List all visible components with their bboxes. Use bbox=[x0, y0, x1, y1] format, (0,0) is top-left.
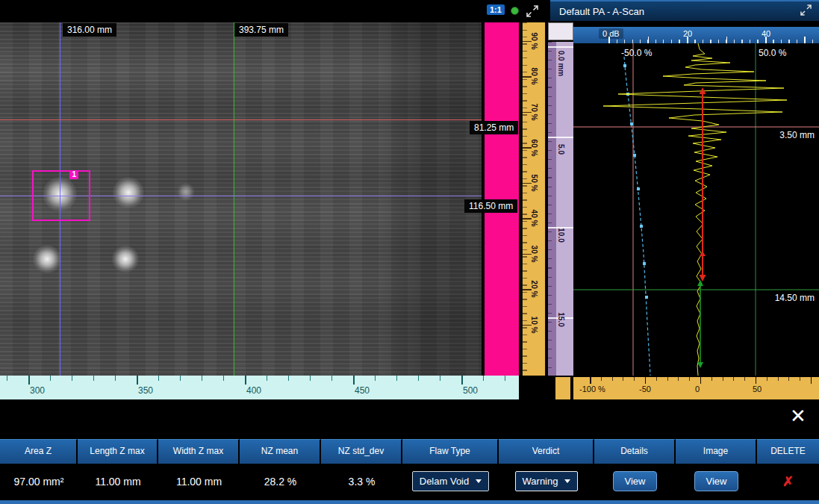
pct-cursor-label-right: 50.0 % bbox=[759, 48, 786, 58]
image-view-button[interactable]: View bbox=[694, 471, 739, 491]
ruler-corner bbox=[555, 377, 570, 399]
col-header-length-z: Length Z max bbox=[78, 439, 158, 464]
cscan-view[interactable]: 1 bbox=[0, 22, 482, 376]
ruler-tick-label: 15.0 bbox=[557, 312, 565, 326]
ruler-tick-label: 10 % bbox=[530, 317, 538, 334]
ruler-tick-label: 90 % bbox=[530, 33, 538, 50]
scan-axis-ruler[interactable]: 300 350 400 450 500 bbox=[0, 376, 519, 399]
amplitude-axis-ruler[interactable]: -100 % -50 0 50 bbox=[573, 377, 819, 399]
chevron-down-icon bbox=[476, 479, 482, 483]
ascan-waveform bbox=[603, 43, 787, 376]
close-icon[interactable]: ✕ bbox=[785, 404, 811, 428]
ascan-plot-svg bbox=[573, 43, 819, 376]
expand-icon[interactable] bbox=[526, 5, 538, 20]
ruler-tick-label: -50 bbox=[639, 385, 651, 393]
flaw-type-value: Delam Void bbox=[420, 476, 469, 487]
verdict-select[interactable]: Warning bbox=[515, 471, 579, 491]
ruler-tick-label: 20 % bbox=[530, 281, 538, 298]
flaw-type-select[interactable]: Delam Void bbox=[412, 471, 489, 491]
ruler-tick-label: 50 bbox=[753, 385, 762, 393]
col-header-area-z: Area Z bbox=[0, 439, 78, 464]
pct-cursor-label-left: -50.0 % bbox=[621, 48, 652, 58]
ascan-plot[interactable]: -50.0 % 50.0 % 3.50 mm 14.50 mm bbox=[573, 43, 819, 376]
cscan-indication-blob bbox=[112, 246, 139, 273]
flaw-table-header: Area Z Length Z max Width Z max NZ mean … bbox=[0, 439, 819, 464]
ruler-tick-label: 0 dB bbox=[599, 28, 623, 39]
col-header-flaw-type: Flaw Type bbox=[402, 439, 499, 464]
ruler-tick-label: 10.0 bbox=[557, 228, 565, 242]
ruler-tick-label: 40 bbox=[762, 29, 770, 38]
delete-row-icon[interactable]: ✗ bbox=[782, 473, 794, 490]
verdict-value: Warning bbox=[523, 476, 558, 487]
col-header-details: Details bbox=[594, 439, 676, 464]
cscan-cursor-hline-red[interactable] bbox=[0, 119, 482, 120]
ruler-tick-label: 300 bbox=[30, 385, 45, 396]
ruler-tick-label: 400 bbox=[246, 385, 261, 396]
cursor-y1-label: 81.25 mm bbox=[470, 121, 518, 134]
ruler-tick-label: 20 bbox=[683, 29, 692, 38]
ruler-tick-label: 80 % bbox=[530, 68, 538, 85]
ruler-tick-label: 500 bbox=[463, 385, 478, 396]
status-indicator-dot bbox=[511, 7, 519, 15]
amplitude-percent-ruler[interactable]: 90 % 80 % 70 % 60 % 50 % 40 % 30 % 20 % … bbox=[522, 22, 546, 376]
col-header-nz-std-dev: NZ std_dev bbox=[321, 439, 402, 464]
ruler-tick-label: 30 % bbox=[530, 246, 538, 263]
ruler-tick-label: 5.0 bbox=[557, 144, 565, 155]
col-header-image: Image bbox=[676, 439, 757, 464]
cell-nz-mean: 28.2 % bbox=[240, 464, 321, 499]
ascan-panel-titlebar: Default PA - A-Scan bbox=[550, 0, 819, 21]
gate-measure-red bbox=[700, 87, 706, 281]
cursor-x1-label: 316.00 mm bbox=[63, 23, 116, 37]
col-header-nz-mean: NZ mean bbox=[240, 439, 321, 464]
ruler-tick-label: 0.0 mm bbox=[557, 51, 565, 76]
col-header-width-z: Width Z max bbox=[158, 439, 240, 464]
cursor-x2-label: 393.75 mm bbox=[234, 23, 288, 37]
cell-nz-std-dev: 3.3 % bbox=[321, 464, 402, 499]
details-view-button[interactable]: View bbox=[613, 471, 658, 491]
cursor-y2-label: 116.50 mm bbox=[464, 199, 517, 213]
depth-mm-ruler[interactable]: 0.0 mm 5.0 10.0 15.0 bbox=[548, 42, 573, 376]
ruler-tick-label: 40 % bbox=[530, 210, 538, 227]
zoom-ratio-badge[interactable]: 1:1 bbox=[487, 4, 505, 15]
flaw-table-row: 97.00 mm² 11.00 mm 11.00 mm 28.2 % 3.3 %… bbox=[0, 464, 819, 499]
inspection-app: 1:1 Default PA - A-Scan 1 316.00 mm 393.… bbox=[0, 0, 819, 504]
depth-cursor-label-2: 14.50 mm bbox=[775, 293, 815, 303]
cell-width-z: 11.00 mm bbox=[158, 464, 240, 499]
cell-area-z: 97.00 mm² bbox=[0, 464, 78, 499]
ruler-tick-label: 70 % bbox=[530, 104, 538, 121]
cscan-indication-blob bbox=[113, 177, 144, 208]
indication-selection-box[interactable]: 1 bbox=[32, 170, 90, 221]
indication-number-tag: 1 bbox=[69, 170, 78, 179]
cell-length-z: 11.00 mm bbox=[78, 464, 158, 499]
gain-db-ruler[interactable]: 0 dB 20 40 bbox=[573, 27, 819, 43]
col-header-delete: DELETE bbox=[757, 439, 819, 464]
col-header-verdict: Verdict bbox=[499, 439, 594, 464]
cscan-cursor-vline-green[interactable] bbox=[234, 22, 234, 376]
ruler-tick-label: 350 bbox=[138, 385, 153, 396]
ruler-tick-label: 50 % bbox=[530, 175, 538, 192]
cscan-topbar bbox=[0, 0, 550, 22]
cscan-indication-blob bbox=[33, 245, 61, 273]
ruler-tick-label: 60 % bbox=[530, 140, 538, 157]
chevron-down-icon bbox=[564, 479, 570, 483]
ruler-tick-label: 0 bbox=[695, 385, 700, 393]
ascan-envelope-markers bbox=[623, 64, 648, 299]
ruler-tick-label: -100 % bbox=[579, 385, 605, 393]
ruler-tick-label: 450 bbox=[355, 385, 370, 396]
cscan-indication-blob bbox=[177, 183, 195, 201]
bottom-scrollbar[interactable] bbox=[0, 500, 819, 504]
depth-cursor-label-1: 3.50 mm bbox=[779, 130, 815, 140]
depth-ruler-header bbox=[548, 22, 573, 40]
ascan-panel-title: Default PA - A-Scan bbox=[559, 6, 644, 17]
ascan-expand-icon[interactable] bbox=[800, 4, 812, 18]
